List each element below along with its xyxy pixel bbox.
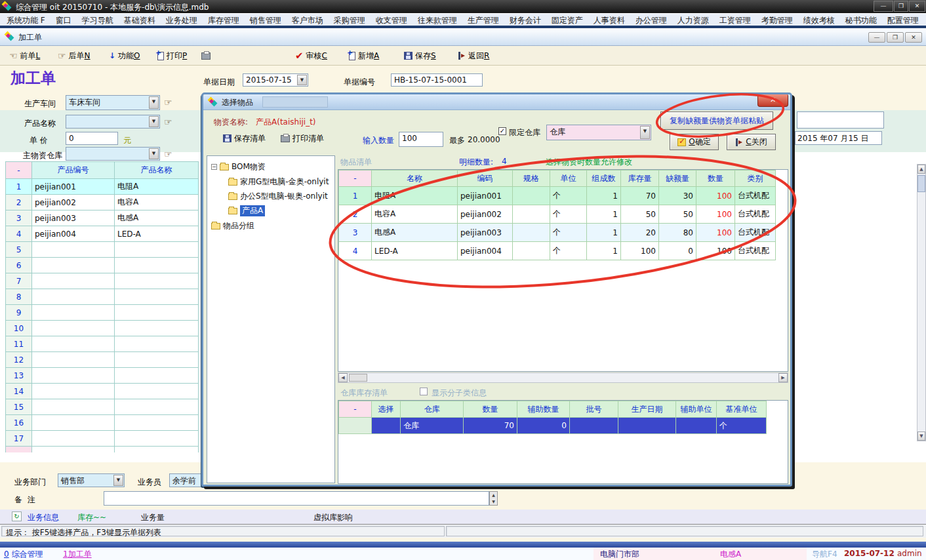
- table-row[interactable]: 3peijian003电感A: [6, 210, 199, 226]
- save-list-button[interactable]: 保存清单: [223, 132, 266, 144]
- menu-item-window[interactable]: 窗口: [50, 14, 77, 26]
- chevron-down-icon[interactable]: ▼: [297, 75, 307, 85]
- collapse-icon[interactable]: −: [211, 164, 217, 170]
- mdi-close-button[interactable]: ✕: [905, 32, 922, 43]
- menu-item-learn[interactable]: 学习导航: [77, 14, 119, 26]
- table-row[interactable]: 1peijian001电阻A: [6, 179, 199, 195]
- scroll-right-icon[interactable]: ▶: [778, 373, 788, 382]
- menu-item-purchase[interactable]: 采购管理: [329, 14, 371, 26]
- main-warehouse-combo[interactable]: ▼: [66, 147, 160, 161]
- price-input[interactable]: 0: [66, 132, 118, 145]
- product-picker-icon[interactable]: ☞: [164, 117, 172, 127]
- menu-item-system[interactable]: 系统功能 F: [1, 14, 50, 26]
- tree-node-office-pc[interactable]: 办公S型电脑-银奥-onlyit: [228, 191, 328, 202]
- menu-item-secretary[interactable]: 秘书功能: [840, 14, 882, 26]
- table-row[interactable]: 15: [6, 399, 199, 415]
- table-row[interactable]: 2peijian002电容A: [6, 195, 199, 210]
- menu-item-performance[interactable]: 绩效考核: [798, 14, 840, 26]
- scroll-left-icon[interactable]: ◀: [338, 373, 348, 382]
- menu-item-hr[interactable]: 人力资源: [672, 14, 714, 26]
- table-row[interactable]: 2电容Apeijian002个15050100台式机配: [339, 205, 776, 224]
- table-row[interactable]: 1电阻Apeijian001个17030100台式机配: [339, 187, 776, 205]
- prev-doc-button[interactable]: ☜前单L: [9, 50, 40, 62]
- menu-item-hr-files[interactable]: 人事资料: [588, 14, 630, 26]
- scroll-up-icon[interactable]: ▲: [917, 165, 925, 174]
- mdi-restore-button[interactable]: ❐: [887, 32, 904, 43]
- main-vertical-scrollbar[interactable]: ▲ ▼: [917, 164, 926, 441]
- table-row[interactable]: 14: [6, 384, 199, 399]
- chevron-down-icon[interactable]: ▼: [640, 126, 650, 139]
- menu-item-production[interactable]: 生产管理: [462, 14, 504, 26]
- tree-node-item-group[interactable]: 物品分组: [211, 220, 254, 231]
- chevron-down-icon[interactable]: ▼: [149, 96, 159, 109]
- tree-node-home-pc[interactable]: 家用G型电脑-金奥-onlyit: [228, 176, 329, 188]
- chevron-down-icon[interactable]: ▼: [149, 148, 159, 159]
- table-row[interactable]: 4LED-Apeijian004个11000100台式机配: [339, 242, 776, 260]
- print-button[interactable]: 打印P: [157, 50, 187, 62]
- tree-node-bom[interactable]: −BOM物资: [211, 161, 266, 172]
- taskbar-item-processing[interactable]: 1加工单: [63, 549, 92, 560]
- next-doc-button[interactable]: ☞后单N: [58, 50, 91, 62]
- taskbar-item-main[interactable]: 0 综合管理: [4, 549, 43, 560]
- printer-button[interactable]: [201, 50, 211, 62]
- scroll-down-icon[interactable]: ▼: [917, 431, 925, 441]
- right-date-field[interactable]: 2015 年07 月15 日: [795, 131, 882, 145]
- row-select-cell[interactable]: [372, 418, 401, 434]
- remark-input[interactable]: [104, 491, 489, 506]
- minimize-button[interactable]: —: [874, 1, 893, 12]
- menu-item-accounts[interactable]: 往来款管理: [413, 14, 462, 26]
- show-subclass-checkbox[interactable]: [420, 388, 428, 395]
- nav-f4-label[interactable]: 导航F4: [812, 549, 837, 560]
- menu-item-payment[interactable]: 收支管理: [371, 14, 413, 26]
- add-button[interactable]: 新增A: [349, 50, 379, 62]
- menu-item-sales[interactable]: 销售管理: [245, 14, 287, 26]
- product-combo[interactable]: ▼: [66, 115, 160, 129]
- table-row[interactable]: 16: [6, 415, 199, 431]
- menu-item-finance[interactable]: 财务会计: [504, 14, 546, 26]
- scroll-thumb[interactable]: [917, 175, 925, 192]
- table-row[interactable]: 12: [6, 352, 199, 368]
- chevron-down-icon[interactable]: ▼: [113, 475, 123, 486]
- workshop-picker-icon[interactable]: ☞: [164, 97, 172, 108]
- scroll-thumb[interactable]: [349, 374, 367, 382]
- refresh-icon[interactable]: ↻: [12, 511, 22, 521]
- maximize-button[interactable]: ❐: [894, 1, 908, 12]
- table-row[interactable]: 3电感Apeijian003个12080100台式机配: [339, 224, 776, 242]
- close-button[interactable]: ✕: [909, 1, 925, 12]
- back-button[interactable]: 返回R: [458, 50, 489, 62]
- print-list-button[interactable]: 打印清单: [281, 132, 324, 144]
- limit-warehouse-checkbox[interactable]: ✓: [498, 127, 506, 135]
- table-row[interactable]: 仓库 70 0 个: [339, 418, 767, 434]
- copy-shortage-button[interactable]: 复制缺额量供物资单据粘贴: [660, 111, 773, 130]
- menu-item-config[interactable]: 配置管理: [882, 14, 924, 26]
- menu-item-office[interactable]: 办公管理: [630, 14, 672, 26]
- tree-node-product-a[interactable]: 产品A: [228, 205, 265, 216]
- table-row[interactable]: 9: [6, 305, 199, 321]
- save-button[interactable]: 保存S: [404, 50, 436, 62]
- function-button[interactable]: ↓功能O: [109, 50, 140, 62]
- table-row[interactable]: [6, 447, 199, 453]
- table-row[interactable]: 5: [6, 242, 199, 258]
- right-text-input[interactable]: [797, 111, 884, 129]
- dept-combo[interactable]: 销售部▼: [58, 473, 125, 487]
- stock-link[interactable]: 库存~~: [77, 512, 106, 523]
- mdi-minimize-button[interactable]: —: [868, 32, 885, 43]
- menu-item-business[interactable]: 业务处理: [161, 14, 203, 26]
- menu-item-attendance[interactable]: 考勤管理: [756, 14, 798, 26]
- ok-button[interactable]: O确定: [670, 134, 719, 150]
- qty-input[interactable]: 100: [399, 132, 443, 147]
- workshop-combo[interactable]: 车床车间▼: [66, 95, 160, 110]
- chevron-down-icon[interactable]: ▼: [149, 116, 159, 127]
- table-row[interactable]: 6: [6, 258, 199, 273]
- table-row[interactable]: 8: [6, 289, 199, 305]
- audit-button[interactable]: ✔审核C: [295, 50, 327, 62]
- warehouse-picker-icon[interactable]: ☞: [164, 149, 172, 159]
- warehouse-combo[interactable]: 仓库▼: [546, 125, 651, 140]
- remark-spinner[interactable]: ▲▼: [489, 491, 498, 506]
- doc-date-combo[interactable]: 2015-07-15▼: [243, 73, 308, 87]
- table-row[interactable]: 17: [6, 431, 199, 447]
- item-list-hscrollbar[interactable]: ◀ ▶: [338, 372, 788, 383]
- menu-item-inventory[interactable]: 库存管理: [203, 14, 245, 26]
- table-row[interactable]: 13: [6, 368, 199, 384]
- table-row[interactable]: 10: [6, 321, 199, 336]
